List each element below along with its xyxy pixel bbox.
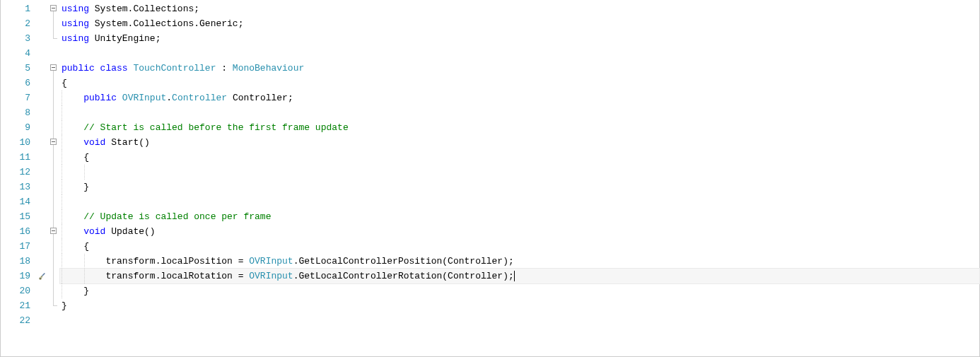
- fold-toggle-icon[interactable]: [50, 139, 57, 145]
- marker-margin[interactable]: [36, 0, 49, 356]
- line-number: 9: [1, 120, 36, 135]
- code-line[interactable]: }: [60, 180, 979, 194]
- code-line[interactable]: transform.localPosition = OVRInput.GetLo…: [60, 254, 979, 269]
- code-line[interactable]: {: [60, 76, 979, 90]
- line-number: 1: [1, 1, 36, 16]
- line-number: 14: [1, 194, 36, 209]
- line-number: 12: [1, 165, 36, 180]
- line-number: 7: [1, 90, 36, 105]
- code-editor[interactable]: 1 2 3 4 5 6 7 8 9 10 11 12 13 14 15 16 1…: [0, 0, 980, 357]
- code-line[interactable]: using System.Collections;: [60, 1, 979, 16]
- line-number: 21: [1, 298, 36, 313]
- code-line[interactable]: using UnityEngine;: [60, 31, 979, 46]
- code-area[interactable]: using System.Collections; using System.C…: [60, 0, 979, 356]
- line-number: 19: [1, 269, 36, 283]
- code-line[interactable]: {: [60, 150, 979, 165]
- line-number: 8: [1, 105, 36, 120]
- code-line[interactable]: public class TouchController : MonoBehav…: [60, 61, 979, 76]
- line-number: 18: [1, 254, 36, 269]
- code-line[interactable]: [60, 313, 979, 328]
- code-line[interactable]: public OVRInput.Controller Controller;: [60, 90, 979, 105]
- code-line[interactable]: }: [60, 298, 979, 313]
- code-line[interactable]: using System.Collections.Generic;: [60, 16, 979, 31]
- line-number: 13: [1, 180, 36, 194]
- line-number: 17: [1, 239, 36, 254]
- code-line[interactable]: [60, 105, 979, 120]
- line-number: 3: [1, 31, 36, 46]
- line-number: 6: [1, 76, 36, 90]
- code-line[interactable]: {: [60, 239, 979, 254]
- code-line-active[interactable]: transform.localRotation = OVRInput.GetLo…: [60, 269, 979, 283]
- code-line[interactable]: [60, 165, 979, 180]
- line-number: 5: [1, 61, 36, 76]
- line-number-gutter: 1 2 3 4 5 6 7 8 9 10 11 12 13 14 15 16 1…: [1, 0, 36, 356]
- text-caret: [514, 271, 515, 281]
- line-number: 4: [1, 46, 36, 61]
- line-number: 22: [1, 313, 36, 328]
- quick-actions-icon[interactable]: [36, 269, 49, 283]
- code-line[interactable]: // Update is called once per frame: [60, 209, 979, 224]
- outline-margin[interactable]: [49, 0, 60, 356]
- line-number: 10: [1, 135, 36, 150]
- svg-rect-0: [40, 277, 42, 279]
- code-line[interactable]: [60, 194, 979, 209]
- fold-toggle-icon[interactable]: [50, 228, 57, 234]
- code-line[interactable]: [60, 46, 979, 61]
- svg-rect-2: [42, 272, 45, 276]
- line-number: 16: [1, 224, 36, 239]
- code-line[interactable]: }: [60, 283, 979, 298]
- line-number: 20: [1, 283, 36, 298]
- line-number: 15: [1, 209, 36, 224]
- code-line[interactable]: void Start(): [60, 135, 979, 150]
- line-number: 11: [1, 150, 36, 165]
- code-line[interactable]: // Start is called before the first fram…: [60, 120, 979, 135]
- code-line[interactable]: void Update(): [60, 224, 979, 239]
- fold-toggle-icon[interactable]: [50, 64, 57, 71]
- fold-toggle-icon[interactable]: [50, 5, 57, 11]
- line-number: 2: [1, 16, 36, 31]
